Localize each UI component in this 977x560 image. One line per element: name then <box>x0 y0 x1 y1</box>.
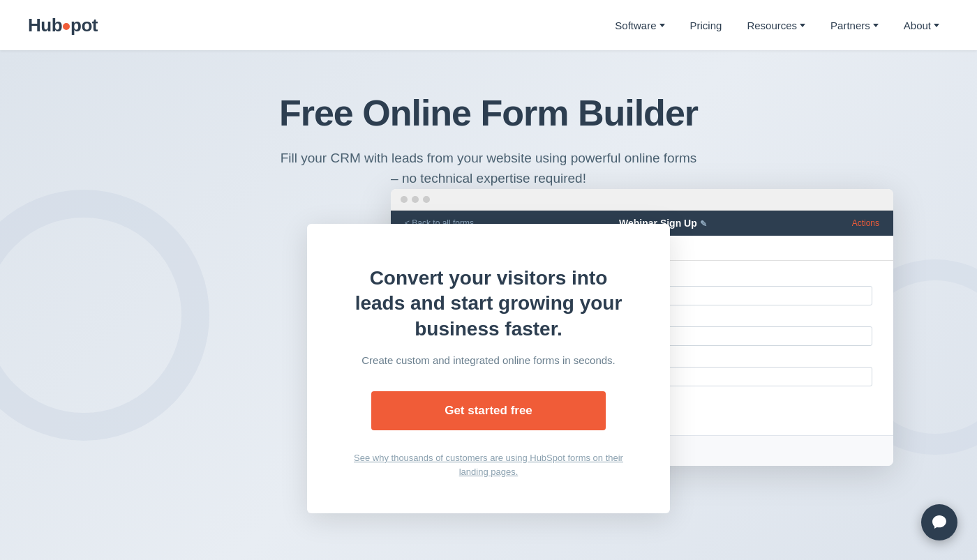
card-link[interactable]: See why thousands of customers are using… <box>342 451 635 478</box>
hero-subtitle: Fill your CRM with leads from your websi… <box>279 148 698 189</box>
card-subtext: Create custom and integrated online form… <box>361 354 616 366</box>
navbar: Hubpot Software Pricing Resources Partne… <box>0 0 977 50</box>
card-heading: Convert your visitors into leads and sta… <box>342 266 635 342</box>
nav-label-partners: Partners <box>830 20 870 31</box>
chevron-down-icon <box>659 24 665 27</box>
nav-label-software: Software <box>615 20 656 31</box>
nav-item-about[interactable]: About <box>894 14 949 37</box>
actions-button[interactable]: Actions <box>852 218 879 228</box>
logo-dot <box>63 23 70 30</box>
nav-item-partners[interactable]: Partners <box>821 14 888 37</box>
nav-item-software[interactable]: Software <box>605 14 674 37</box>
browser-chrome <box>391 189 893 211</box>
left-card: Convert your visitors into leads and sta… <box>307 224 670 513</box>
get-started-button[interactable]: Get started free <box>371 391 606 430</box>
chat-icon <box>931 514 948 531</box>
edit-icon[interactable]: ✎ <box>700 219 707 229</box>
nav-item-pricing[interactable]: Pricing <box>680 14 732 37</box>
browser-dot-1 <box>401 196 408 203</box>
logo[interactable]: Hubpot <box>28 15 98 36</box>
browser-dot-3 <box>423 196 430 203</box>
chevron-down-icon-resources <box>800 24 805 27</box>
nav-links: Software Pricing Resources Partners Abou… <box>605 14 949 37</box>
chevron-down-icon-partners <box>873 24 879 27</box>
nav-label-about: About <box>904 20 931 31</box>
hero-title: Free Online Form Builder <box>279 92 698 134</box>
hero-section: Free Online Form Builder Fill your CRM w… <box>0 50 977 560</box>
nav-item-resources[interactable]: Resources <box>737 14 815 37</box>
chevron-down-icon-about <box>934 24 939 27</box>
content-area: Convert your visitors into leads and sta… <box>84 224 893 513</box>
nav-label-resources: Resources <box>747 20 797 31</box>
logo-text: Hubpot <box>28 15 98 36</box>
browser-dot-2 <box>412 196 419 203</box>
chat-support-button[interactable] <box>921 504 957 540</box>
nav-label-pricing: Pricing <box>690 20 722 31</box>
